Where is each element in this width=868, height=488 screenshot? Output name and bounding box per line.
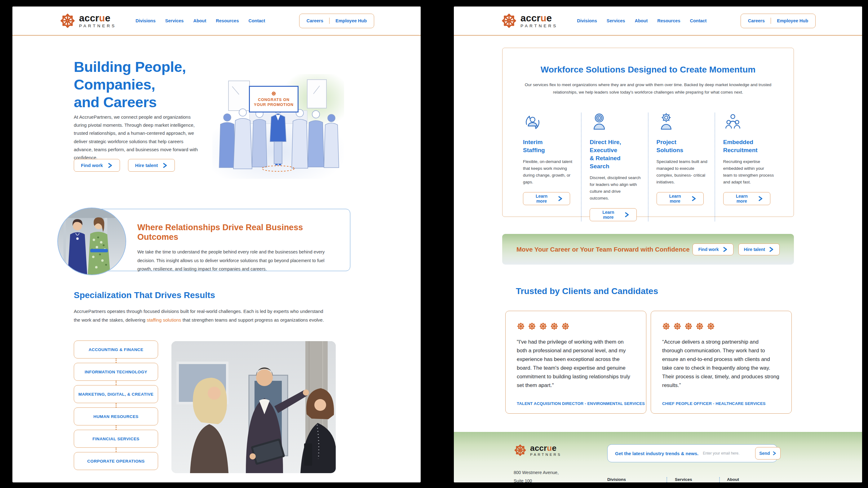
- careers-link[interactable]: Careers: [748, 18, 765, 23]
- nav-divisions[interactable]: Divisions: [135, 18, 155, 23]
- specialization-title: Specialization That Drives Results: [74, 290, 215, 300]
- careers-link[interactable]: Careers: [307, 18, 323, 23]
- staffing-solutions-link[interactable]: staffing solutions: [147, 317, 181, 323]
- hire-talent-button[interactable]: Hire talent: [738, 243, 780, 255]
- division-human-resources[interactable]: HUMAN RESOURCES: [74, 408, 158, 425]
- testimonial-card: “Accrue delivers a strong partnership an…: [651, 311, 792, 414]
- nav-contact[interactable]: Contact: [248, 18, 265, 23]
- solution-interim-staffing: InterimStaffing Flexible, on-demand tale…: [515, 113, 581, 221]
- five-star-rating: [517, 322, 635, 330]
- solution-title: EmbeddedRecruitment: [723, 138, 774, 154]
- pill-divider: [329, 18, 330, 24]
- header-actions: Careers Employee Hub: [741, 13, 816, 28]
- accrue-partners-logo[interactable]: accrue PARTNERS: [60, 13, 116, 29]
- footer-column-about[interactable]: About: [727, 477, 739, 482]
- chevron-right-icon: [691, 196, 696, 201]
- star-icon: [684, 322, 692, 330]
- team-photo-art: [172, 341, 336, 473]
- find-work-button[interactable]: Find work: [74, 159, 120, 172]
- embedded-recruitment-icon: [723, 113, 742, 132]
- testimonials-title: Trusted by Clients and Candidates: [516, 286, 658, 296]
- nav-contact[interactable]: Contact: [690, 18, 707, 23]
- newsletter-label: Get the latest industry trends & news.: [615, 451, 699, 456]
- solution-project-solutions: ProjectSolutions Specialized teams built…: [648, 113, 715, 221]
- testimonial-quote: “Accrue delivers a strong partnership an…: [662, 338, 780, 390]
- relationships-title: Where Relationships Drive Real Business …: [137, 223, 338, 242]
- star-icon: [517, 322, 525, 330]
- solution-title: Direct Hire, Executive& Retained Search: [590, 138, 641, 170]
- dotted-connector: [116, 425, 117, 430]
- starburst-logo-icon: [271, 91, 276, 96]
- nav-about[interactable]: About: [634, 18, 648, 23]
- accrue-partners-logo[interactable]: accrue PARTNERS: [501, 13, 558, 29]
- nav-resources[interactable]: Resources: [216, 18, 239, 23]
- star-icon: [673, 322, 681, 330]
- nav-resources[interactable]: Resources: [657, 18, 680, 23]
- star-icon: [528, 322, 536, 330]
- solution-desc: Discreet, disciplined search for leaders…: [590, 174, 641, 202]
- learn-more-button[interactable]: Learn more: [590, 208, 637, 221]
- specialization-body: AccruePartners operates through focused …: [74, 307, 324, 324]
- email-input[interactable]: [703, 451, 751, 455]
- footer-column-services[interactable]: Services: [675, 477, 719, 482]
- testimonial-attribution: CHIEF PEOPLE OFFICER - HEALTHCARE SERVIC…: [662, 401, 766, 406]
- learn-more-button[interactable]: Learn more: [523, 192, 570, 205]
- divisions-list: ACCOUNTING & FINANCE INFORMATION TECHNOL…: [74, 340, 158, 470]
- chevron-right-icon: [624, 212, 630, 218]
- testimonial-card: "I've had the privilege of working with …: [505, 311, 646, 414]
- header-actions: Careers Employee Hub: [299, 13, 374, 28]
- division-information-technology[interactable]: INFORMATION TECHNOLOGY: [74, 363, 158, 381]
- employee-hub-link[interactable]: Employee Hub: [777, 18, 808, 23]
- workforce-solutions-card: Workforce Solutions Designed to Create M…: [502, 48, 794, 217]
- brand-subtitle: PARTNERS: [521, 24, 558, 28]
- division-corporate-operations[interactable]: CORPORATE OPERATIONS: [74, 452, 158, 470]
- hire-talent-button[interactable]: Hire talent: [128, 159, 175, 172]
- promotion-sign-text: CONGRATS ON YOUR PROMOTION: [252, 97, 296, 107]
- solutions-columns: InterimStaffing Flexible, on-demand tale…: [502, 113, 794, 221]
- footer-column-divisions[interactable]: Divisions: [607, 477, 666, 482]
- send-button[interactable]: Send: [755, 447, 781, 459]
- division-financial-services[interactable]: FINANCIAL SERVICES: [74, 430, 158, 448]
- chevron-right-icon: [722, 247, 728, 252]
- site-footer: accrue PARTNERS 800 Westmere Avenue, Sui…: [454, 432, 862, 482]
- learn-more-button[interactable]: Learn more: [657, 192, 704, 205]
- employee-hub-link[interactable]: Employee Hub: [335, 18, 367, 23]
- chevron-right-icon: [769, 247, 774, 252]
- dotted-connector: [116, 403, 117, 408]
- solution-desc: Recruiting expertise embedded within you…: [723, 158, 774, 186]
- solution-desc: Flexible, on-demand talent that keeps wo…: [523, 158, 574, 186]
- footer-logo[interactable]: accrue PARTNERS: [514, 444, 562, 457]
- pill-divider: [771, 18, 771, 24]
- solution-embedded-recruitment: EmbeddedRecruitment Recruiting expertise…: [715, 113, 781, 221]
- nav-services[interactable]: Services: [165, 18, 184, 23]
- founders-photo: [57, 207, 126, 275]
- division-accounting-finance[interactable]: ACCOUNTING & FINANCE: [74, 340, 158, 358]
- star-icon: [695, 322, 704, 330]
- cta-band: Move Your Career or Your Team Forward wi…: [502, 234, 794, 265]
- learn-more-button[interactable]: Learn more: [723, 192, 770, 205]
- relationships-body: We take the time to understand the peopl…: [137, 248, 333, 273]
- brand-name: accrue: [79, 13, 116, 23]
- solution-title: ProjectSolutions: [657, 138, 708, 154]
- cta-title: Move Your Career or Your Team Forward wi…: [517, 246, 692, 253]
- solutions-subtitle: Our services flex to meet organizations …: [524, 81, 772, 96]
- solution-title: InterimStaffing: [523, 138, 574, 154]
- nav-divisions[interactable]: Divisions: [577, 18, 597, 23]
- chevron-right-icon: [772, 451, 777, 455]
- solution-desc: Specialized teams built and managed to e…: [657, 158, 708, 186]
- team-photo: [172, 341, 336, 473]
- project-solutions-icon: [657, 113, 676, 132]
- brand-name: accrue: [530, 444, 562, 452]
- homepage-hero-view: accrue PARTNERS Divisions Services About…: [12, 6, 421, 482]
- footer-address: 800 Westmere Avenue, Suite 100: [514, 468, 559, 482]
- nav-services[interactable]: Services: [607, 18, 625, 23]
- cta-buttons: Find work Hire talent: [692, 243, 780, 255]
- division-marketing-digital-creative[interactable]: MARKETING, DIGITAL, & CREATIVE: [74, 385, 158, 403]
- find-work-button[interactable]: Find work: [692, 243, 733, 255]
- nav-about[interactable]: About: [193, 18, 206, 23]
- star-icon: [662, 322, 670, 330]
- dotted-connector: [116, 448, 117, 452]
- chevron-right-icon: [757, 196, 763, 201]
- dotted-connector: [116, 381, 117, 385]
- chevron-right-icon: [162, 163, 168, 168]
